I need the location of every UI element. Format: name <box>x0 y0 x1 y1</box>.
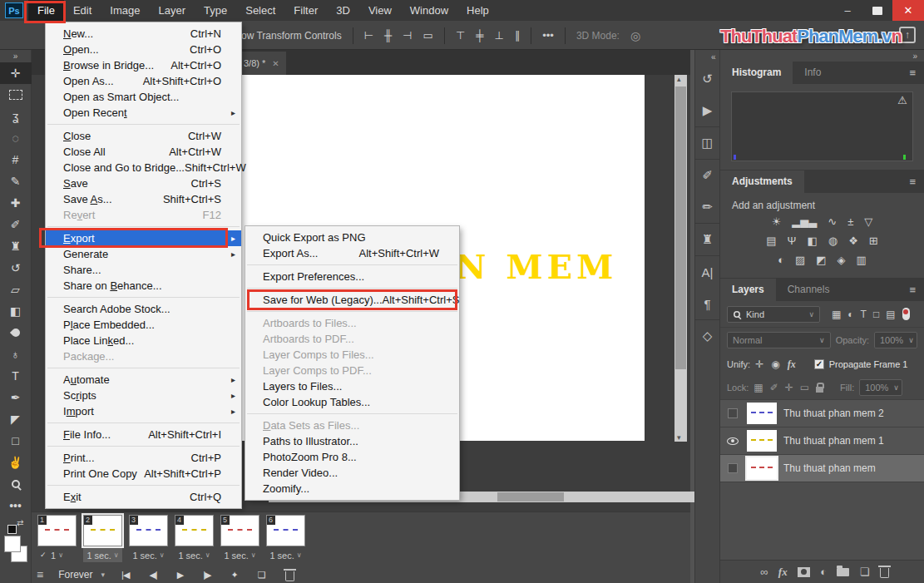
export-menu-item-paths-to-illustrator[interactable]: Paths to Illustrator... <box>245 433 459 449</box>
animation-frame-3[interactable]: 3 <box>129 515 168 546</box>
dodge-tool[interactable]: ♁ <box>0 343 32 365</box>
group-layers-icon[interactable] <box>837 568 849 576</box>
lasso-tool[interactable]: ʓ <box>0 106 32 127</box>
document-tab[interactable]: 3/8) * ✕ <box>237 52 286 75</box>
distribute-vertical-icon[interactable]: ∥ <box>515 29 521 42</box>
channel-mixer-icon[interactable]: ❖ <box>848 232 858 249</box>
propagate-frame-checkbox[interactable] <box>814 359 824 369</box>
collapse-dock-icon[interactable]: » <box>720 50 924 62</box>
file-menu-item-share-on-behance[interactable]: Share on Behance... <box>46 278 241 294</box>
menubar-item-filter[interactable]: Filter <box>284 0 327 21</box>
layer-row-thu-thuat-phan-mem[interactable]: Thu thuat phan mem <box>720 455 924 482</box>
layer-row-thu-thuat-phan-mem-2[interactable]: Thu thuat phan mem 2 <box>720 400 924 427</box>
export-menu-item-render-video[interactable]: Render Video... <box>245 465 459 481</box>
file-menu-item-file-info[interactable]: File Info...Alt+Shift+Ctrl+I <box>46 427 241 442</box>
delete-layer-icon[interactable] <box>880 568 889 578</box>
align-bottom-edges-icon[interactable]: ⊥ <box>494 29 503 42</box>
animation-frame-4[interactable]: 4 <box>175 515 214 546</box>
tab-adjustments[interactable]: Adjustments <box>720 170 804 193</box>
rectangle-tool[interactable]: □ <box>0 430 32 452</box>
panel-menu-icon[interactable]: ≡ <box>909 170 924 193</box>
lock-artboard-icon[interactable]: ▭ <box>800 382 809 393</box>
frame-delay-select[interactable]: 1 sec.∨ <box>220 548 259 562</box>
export-menu-item-zoomify[interactable]: Zoomify... <box>245 481 459 497</box>
blend-mode-select[interactable]: Normal ∨ <box>727 332 831 348</box>
zoom-tool[interactable] <box>0 473 32 495</box>
align-right-edges-icon[interactable]: ⊣ <box>403 29 412 42</box>
align-top-edges-icon[interactable]: ⊤ <box>456 29 465 42</box>
lock-all-icon[interactable] <box>816 387 823 393</box>
frame-delay-select[interactable]: 1 sec.∨ <box>83 548 122 562</box>
file-menu-item-save[interactable]: SaveCtrl+S <box>46 175 241 191</box>
levels-icon[interactable]: ▂▅▃ <box>792 213 817 230</box>
fill-input[interactable]: 100% ∨ <box>859 379 902 396</box>
curves-icon[interactable]: ∿ <box>828 213 837 230</box>
unify-position-icon[interactable]: ✛ <box>755 358 763 371</box>
file-menu-item-open-as-smart-object[interactable]: Open as Smart Object... <box>46 89 241 105</box>
menubar-item-image[interactable]: Image <box>101 0 149 21</box>
new-layer-icon[interactable]: ❏ <box>860 566 870 578</box>
menubar-item-edit[interactable]: Edit <box>64 0 101 21</box>
visibility-checkbox[interactable] <box>725 463 740 473</box>
layer-thumbnail[interactable] <box>747 457 777 479</box>
history-brush-tool[interactable]: ↺ <box>0 257 32 279</box>
lock-transparency-icon[interactable]: ▦ <box>754 382 763 393</box>
file-menu-item-print[interactable]: Print...Ctrl+P <box>46 450 241 466</box>
file-menu-item-open-recent[interactable]: Open Recent▸ <box>46 105 241 121</box>
export-menu-item-export-as[interactable]: Export As...Alt+Shift+Ctrl+W <box>245 245 459 261</box>
expand-toolbar-icon[interactable]: » <box>0 50 32 62</box>
eraser-tool[interactable]: ▱ <box>0 279 32 300</box>
tab-info[interactable]: Info <box>793 62 833 84</box>
filter-on-toggle[interactable] <box>902 308 910 320</box>
adjustment-layer-icon[interactable]: ◐ <box>820 566 827 578</box>
brush-tool[interactable]: ✐ <box>0 214 32 235</box>
file-menu-item-print-one-copy[interactable]: Print One CopyAlt+Shift+Ctrl+P <box>46 466 241 482</box>
paragraph-panel-icon[interactable]: ¶ <box>695 288 720 319</box>
frame-delay-select[interactable]: 1 sec.∨ <box>266 548 305 562</box>
healing-brush-tool[interactable]: ✚ <box>0 192 32 214</box>
tween-button[interactable]: ✦ <box>231 570 238 581</box>
menubar-item-select[interactable]: Select <box>236 0 284 21</box>
type-tool[interactable]: T <box>0 365 32 387</box>
menubar-item-view[interactable]: View <box>359 0 401 21</box>
hue-saturation-icon[interactable]: ▤ <box>766 232 776 249</box>
file-menu-item-open[interactable]: Open...Ctrl+O <box>46 42 241 57</box>
blur-tool[interactable] <box>0 322 32 343</box>
panel-menu-icon[interactable]: ≡ <box>909 279 924 301</box>
photo-filter-icon[interactable]: ◍ <box>828 232 838 249</box>
filter-adjustment-layers-icon[interactable]: ◐ <box>847 309 853 320</box>
menubar-item-file[interactable]: File <box>28 0 64 21</box>
first-frame-button[interactable]: |◀ <box>121 570 129 581</box>
lock-position-icon[interactable]: ✛ <box>785 382 793 393</box>
animation-frame-6[interactable]: 6 <box>266 515 305 546</box>
convert-to-video-timeline-icon[interactable]: ≡ <box>37 568 42 581</box>
character-panel-icon[interactable]: A| <box>695 256 720 288</box>
quick-selection-tool[interactable]: ◌ <box>0 127 32 149</box>
properties-panel-icon[interactable]: ◫ <box>695 127 720 159</box>
previous-frame-button[interactable]: ◀| <box>149 570 156 581</box>
menubar-item-window[interactable]: Window <box>401 0 457 21</box>
menubar-item-type[interactable]: Type <box>195 0 236 21</box>
align-horizontal-centers-icon[interactable]: ╫ <box>384 29 392 42</box>
filter-pixel-layers-icon[interactable]: ▦ <box>832 309 841 320</box>
move-tool[interactable]: ✛ <box>0 62 32 84</box>
brush-settings-panel-icon[interactable]: ✐ <box>695 160 720 191</box>
link-layers-icon[interactable]: ∞ <box>760 566 768 578</box>
unify-visibility-icon[interactable]: ◉ <box>771 358 779 371</box>
delete-frame-button[interactable] <box>285 571 294 581</box>
file-menu-item-scripts[interactable]: Scripts▸ <box>46 388 241 403</box>
brushes-panel-icon[interactable]: ✏ <box>695 191 720 223</box>
filter-kind-select[interactable]: Kind ∨ <box>727 306 820 323</box>
scroll-up-icon[interactable]: ▴ <box>677 75 681 83</box>
scroll-down-icon[interactable]: ▾ <box>677 433 681 442</box>
animation-frame-5[interactable]: 5 <box>220 515 259 546</box>
marquee-tool[interactable] <box>0 84 32 106</box>
distribute-horizontal-icon[interactable]: ▭ <box>423 29 433 42</box>
visibility-checkbox[interactable] <box>725 408 740 418</box>
black-white-icon[interactable]: ◧ <box>807 232 817 249</box>
file-menu-item-generate[interactable]: Generate▸ <box>46 246 241 262</box>
close-button[interactable]: ✕ <box>892 0 924 21</box>
hand-tool[interactable]: ✌ <box>0 452 32 473</box>
threshold-icon[interactable]: ◩ <box>816 251 826 268</box>
hscroll-thumb[interactable] <box>497 492 564 501</box>
